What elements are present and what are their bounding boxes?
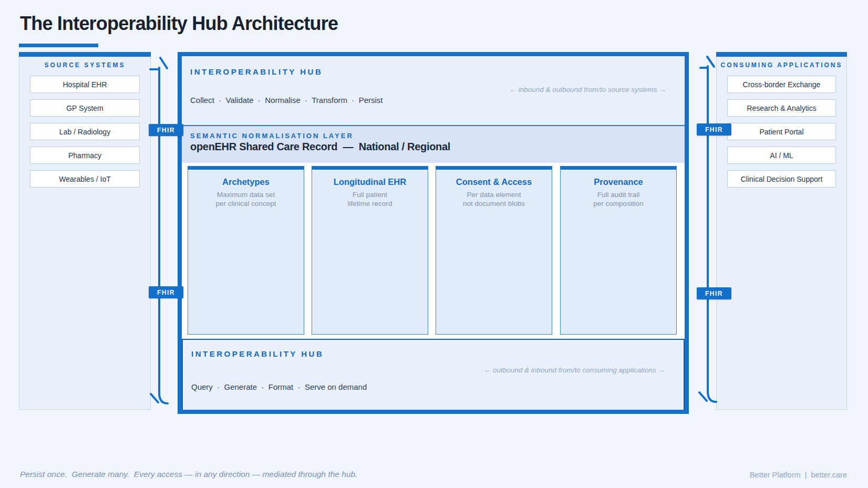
pillar-title: Consent & Access: [436, 177, 552, 187]
semantic-normalisation-layer: SEMANTIC NORMALISATION LAYER openEHR Sha…: [182, 125, 685, 163]
consuming-applications-header: CONSUMING APPLICATIONS: [717, 61, 846, 69]
footer-tagline: Persist once. Generate many. Every acces…: [20, 470, 357, 479]
source-item-lab-radiology: Lab / Radiology: [30, 123, 140, 140]
left-bracket-line: [159, 68, 168, 403]
consumer-item-ai-ml: AI / ML: [727, 147, 836, 164]
consuming-applications-panel: CONSUMING APPLICATIONS Cross-border Exch…: [716, 52, 847, 410]
architecture-diagram: The Interoperability Hub Architecture SO…: [0, 0, 868, 488]
pillar-subtitle: Full patient lifetime record: [312, 191, 428, 209]
panel-top-bar: [19, 52, 151, 57]
pillar-consent-access: Consent & Access Per data element not do…: [436, 166, 552, 335]
pillar-subtitle-line2: per composition: [561, 200, 676, 209]
source-item-pharmacy: Pharmacy: [30, 147, 140, 164]
source-systems-list: Hospital EHR GP System Lab / Radiology P…: [30, 76, 140, 188]
pillar-title: Longitudinal EHR: [312, 177, 428, 187]
consumer-item-research-analytics: Research & Analytics: [727, 99, 836, 117]
source-systems-panel: SOURCE SYSTEMS Hospital EHR GP System La…: [19, 52, 151, 410]
fhir-badge-right-bottom: FHIR: [697, 287, 731, 299]
consumer-item-patient-portal: Patient Portal: [727, 123, 836, 140]
pillar-subtitle: Full audit trail per composition: [561, 191, 676, 209]
right-bracket-line: [708, 66, 716, 402]
pillar-longitudinal-ehr: Longitudinal EHR Full patient lifetime r…: [312, 166, 428, 335]
pillar-subtitle-line1: Per data element: [436, 191, 552, 200]
right-bracket-top-slash: [707, 57, 714, 67]
pillar-subtitle: Maximum data set per clinical concept: [188, 191, 304, 209]
footer-brand: Better Platform | better.care: [750, 471, 847, 479]
page-title: The Interoperability Hub Architecture: [20, 13, 338, 35]
hub-top-flow-note: ← inbound & outbound from/to source syst…: [509, 86, 666, 94]
title-accent-bar: [19, 44, 98, 47]
hub-bottom-label: INTEROPERABILITY HUB: [191, 349, 324, 358]
pillar-subtitle-line1: Maximum data set: [188, 191, 304, 200]
pillar-archetypes: Archetypes Maximum data set per clinical…: [188, 166, 304, 335]
pillar-subtitle-line1: Full audit trail: [561, 191, 676, 200]
pillar-title: Provenance: [561, 177, 676, 187]
fhir-badge-left-top: FHIR: [149, 124, 183, 136]
source-item-hospital-ehr: Hospital EHR: [30, 76, 140, 93]
source-item-wearables-iot: Wearables / IoT: [30, 170, 140, 188]
consuming-applications-list: Cross-border Exchange Research & Analyti…: [727, 76, 836, 188]
left-bracket-bottom-slash: [151, 394, 158, 402]
pillar-subtitle-line2: per clinical concept: [188, 200, 304, 209]
fhir-badge-right-top: FHIR: [697, 123, 731, 136]
left-bracket-top-slash: [160, 58, 167, 68]
semantic-layer-title: openEHR Shared Care Record — National / …: [190, 141, 450, 153]
source-systems-header: SOURCE SYSTEMS: [19, 61, 150, 69]
hub-top-label: INTEROPERABILITY HUB: [190, 67, 323, 76]
pillar-subtitle-line2: not document blobs: [436, 200, 552, 209]
semantic-layer-label: SEMANTIC NORMALISATION LAYER: [190, 132, 354, 140]
hub-bottom-pipeline: Query · Generate · Format · Serve on dem…: [191, 382, 367, 391]
panel-top-bar: [716, 52, 847, 57]
pillars-section: Archetypes Maximum data set per clinical…: [182, 163, 685, 339]
source-item-gp-system: GP System: [30, 99, 140, 117]
pillar-subtitle-line1: Full patient: [312, 191, 428, 200]
hub-bottom-flow-note: ← outbound & inbound from/to consuming a…: [484, 366, 665, 374]
fhir-badge-left-bottom: FHIR: [149, 286, 183, 298]
consumer-item-cross-border-exchange: Cross-border Exchange: [727, 76, 836, 93]
pillar-subtitle: Per data element not document blobs: [436, 191, 552, 209]
right-bracket-bottom-slash: [699, 392, 707, 401]
pillar-subtitle-line2: lifetime record: [312, 200, 428, 209]
hub-top-pipeline: Collect · Validate · Normalise · Transfo…: [190, 96, 383, 105]
consumer-item-clinical-decision-support: Clinical Decision Support: [727, 170, 836, 188]
pillar-provenance: Provenance Full audit trail per composit…: [560, 166, 677, 335]
pillar-title: Archetypes: [188, 177, 304, 187]
hub-top-section: INTEROPERABILITY HUB ← inbound & outboun…: [182, 56, 685, 125]
interoperability-hub-panel: INTEROPERABILITY HUB ← inbound & outboun…: [178, 52, 689, 414]
hub-bottom-section: INTEROPERABILITY HUB ← outbound & inboun…: [182, 339, 685, 410]
